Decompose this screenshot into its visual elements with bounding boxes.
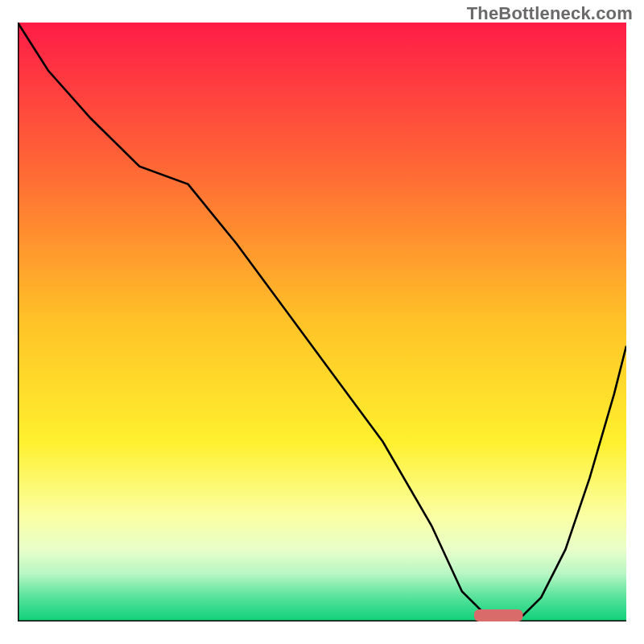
watermark-label: TheBottleneck.com xyxy=(467,3,633,24)
gradient-background xyxy=(18,23,626,621)
optimal-marker xyxy=(474,609,523,621)
bottleneck-chart xyxy=(18,23,626,621)
plot-area xyxy=(18,23,626,621)
chart-stage: TheBottleneck.com xyxy=(0,0,644,644)
